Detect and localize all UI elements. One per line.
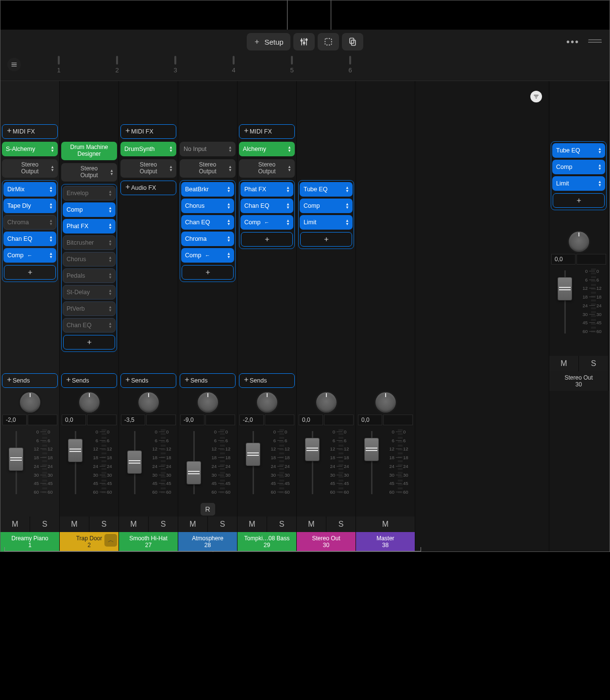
fx-slot[interactable]: Chan EQ▲▼ <box>3 232 56 246</box>
fx-slot[interactable]: Limit▲▼ <box>552 176 605 191</box>
channel-name[interactable]: Trap Door2 ︿ <box>60 532 119 551</box>
sends-button[interactable]: Sends <box>2 373 58 388</box>
mute-button[interactable]: M <box>119 517 148 532</box>
fx-slot[interactable]: Chan EQ▲▼ <box>181 215 234 230</box>
channel-name[interactable]: Atmosphere28 <box>178 532 237 551</box>
fx-slot[interactable]: Chan EQ▲▼ <box>240 199 293 213</box>
gain-readout[interactable]: 0,0 <box>358 415 382 425</box>
drag-handle[interactable] <box>588 39 602 44</box>
mute-button[interactable]: M <box>0 517 30 532</box>
sends-button[interactable]: Sends <box>180 373 236 388</box>
fx-slot[interactable]: BeatBrkr▲▼ <box>181 182 234 197</box>
mute-button[interactable]: M <box>237 517 267 532</box>
mute-button[interactable]: M <box>549 356 578 371</box>
nav-menu-button[interactable] <box>7 58 21 71</box>
fx-slot[interactable]: Tube EQ▲▼ <box>552 143 605 158</box>
add-fx-button[interactable] <box>63 335 115 350</box>
fx-slot[interactable]: Limit▲▼ <box>300 215 353 230</box>
more-button[interactable]: ••• <box>566 36 579 48</box>
output-slot[interactable]: StereoOutput▲▼ <box>120 159 176 178</box>
mute-button[interactable]: M <box>60 517 89 532</box>
pan-knob[interactable] <box>138 392 159 413</box>
sliders-button[interactable] <box>293 33 315 50</box>
fx-slot[interactable]: Phat FX▲▼ <box>240 182 293 197</box>
channel-name[interactable]: Smooth Hi-Hat27 <box>119 532 178 551</box>
add-fx-button[interactable] <box>300 232 352 247</box>
gain-readout[interactable]: -2,0 <box>2 415 27 425</box>
pan-knob[interactable] <box>375 392 396 413</box>
output-slot[interactable]: StereoOutput▲▼ <box>61 163 117 182</box>
fx-slot[interactable]: Comp ←▲▼ <box>3 248 56 263</box>
fx-slot[interactable]: Comp▲▼ <box>63 202 116 217</box>
midi-fx-button[interactable]: MIDI FX <box>239 124 295 139</box>
add-fx-button[interactable] <box>553 193 605 208</box>
solo-button[interactable]: S <box>326 517 356 532</box>
channel-name[interactable]: Master38 <box>356 532 415 551</box>
instrument-slot[interactable]: Drum MachineDesigner <box>61 142 117 160</box>
nav-marker[interactable]: 1 <box>30 56 88 74</box>
channel-name[interactable]: Stereo Out30 <box>297 532 356 551</box>
gain-readout[interactable]: -2,0 <box>239 415 264 425</box>
fx-slot[interactable]: Comp ←▲▼ <box>240 215 293 230</box>
fx-slot[interactable]: Envelop▲▼ <box>63 186 116 200</box>
nav-marker[interactable]: 6 <box>321 56 379 74</box>
expand-button[interactable]: ︿ <box>104 534 117 547</box>
output-slot[interactable]: StereoOutput▲▼ <box>239 159 295 178</box>
fx-slot[interactable]: Pedals▲▼ <box>63 268 116 283</box>
solo-button[interactable]: S <box>89 517 119 532</box>
fx-slot[interactable]: DirMix▲▼ <box>3 182 56 197</box>
fx-slot[interactable]: PtVerb▲▼ <box>63 301 116 316</box>
gain-readout[interactable]: 0,0 <box>62 415 86 425</box>
fx-slot[interactable]: Chorus▲▼ <box>63 252 116 267</box>
fx-slot[interactable]: St-Delay▲▼ <box>63 285 116 300</box>
add-fx-button[interactable] <box>241 232 293 247</box>
instrument-slot[interactable]: No Input▲▼ <box>180 142 236 156</box>
fx-slot[interactable]: Comp▲▼ <box>300 199 353 213</box>
pan-knob[interactable] <box>79 392 100 413</box>
channel-name[interactable]: Stereo Out30 <box>549 371 608 391</box>
volume-fader[interactable] <box>551 268 578 341</box>
sends-button[interactable]: Sends <box>239 373 295 388</box>
solo-button[interactable]: S <box>578 356 608 371</box>
sends-button[interactable]: Sends <box>120 373 176 388</box>
record-enable-button[interactable]: R <box>201 503 215 516</box>
nav-marker[interactable]: 5 <box>263 56 321 74</box>
instrument-slot[interactable]: S-Alchemy▲▼ <box>2 142 58 156</box>
fx-slot[interactable]: Chan EQ▲▼ <box>63 318 116 333</box>
solo-button[interactable]: S <box>30 517 59 532</box>
output-slot[interactable]: StereoOutput▲▼ <box>2 159 58 178</box>
gain-readout[interactable]: 0,0 <box>551 254 576 265</box>
mute-button[interactable]: M <box>297 517 326 532</box>
filter-button[interactable] <box>530 91 542 102</box>
volume-fader[interactable] <box>180 429 207 502</box>
fx-slot[interactable]: Chroma▲▼ <box>181 232 234 246</box>
audio-fx-button[interactable]: Audio FX <box>120 181 176 195</box>
solo-button[interactable]: S <box>267 517 296 532</box>
channel-name[interactable]: Tompki…08 Bass29 <box>237 532 296 551</box>
copy-button[interactable] <box>342 33 363 50</box>
pan-knob[interactable] <box>257 392 277 413</box>
solo-button[interactable]: S <box>148 517 178 532</box>
gain-readout[interactable]: -3,5 <box>121 415 145 425</box>
sends-button[interactable]: Sends <box>61 373 117 388</box>
volume-fader[interactable] <box>358 429 385 502</box>
mute-button[interactable]: M <box>178 517 207 532</box>
fx-slot[interactable]: Chroma▲▼ <box>3 215 56 230</box>
output-slot[interactable]: StereoOutput▲▼ <box>180 159 236 178</box>
volume-fader[interactable] <box>299 429 326 502</box>
instrument-slot[interactable]: DrumSynth▲▼ <box>120 142 176 156</box>
midi-fx-button[interactable]: MIDI FX <box>2 124 58 139</box>
volume-fader[interactable] <box>2 429 30 502</box>
instrument-slot[interactable]: Alchemy▲▼ <box>239 142 295 156</box>
select-button[interactable] <box>318 33 339 50</box>
nav-marker[interactable]: 3 <box>146 56 204 74</box>
fx-slot[interactable]: Chorus▲▼ <box>181 199 234 213</box>
nav-marker[interactable]: 2 <box>88 56 146 74</box>
midi-fx-button[interactable]: MIDI FX <box>120 124 176 139</box>
fx-slot[interactable]: Comp▲▼ <box>552 160 605 174</box>
gain-readout[interactable]: -9,0 <box>180 415 204 425</box>
fx-slot[interactable]: Comp ←▲▼ <box>181 248 234 263</box>
fx-slot[interactable]: Bitcrusher▲▼ <box>63 235 116 250</box>
channel-name[interactable]: Dreamy Piano1 <box>0 532 59 551</box>
solo-button[interactable]: S <box>207 517 237 532</box>
